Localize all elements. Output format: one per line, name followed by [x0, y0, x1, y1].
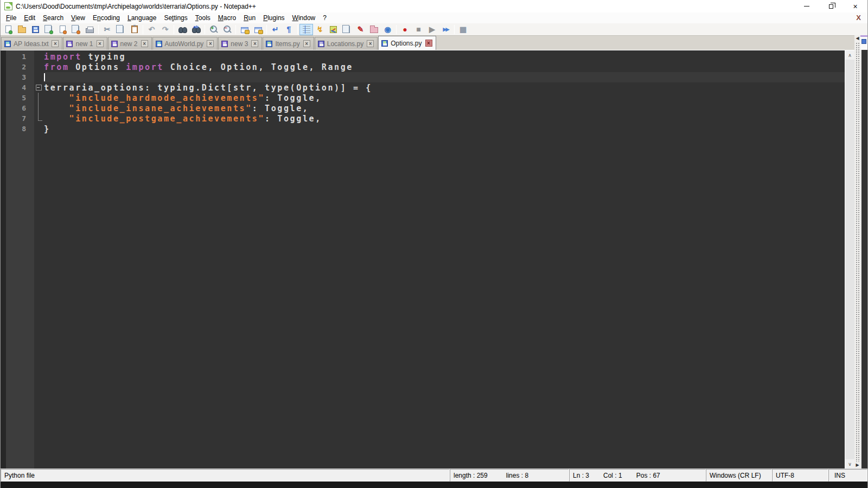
main-area: AP Ideas.txt×new 1×new 2×AutoWorld.py×ne… [1, 35, 867, 468]
menu-view[interactable]: View [67, 13, 89, 23]
close-tab-icon[interactable]: × [141, 40, 148, 47]
close-icon: × [853, 3, 857, 10]
save-state-icon [381, 40, 388, 47]
save-button[interactable] [29, 24, 42, 35]
menu-file[interactable]: File [2, 13, 20, 23]
macro-save-icon: ▦ [459, 25, 467, 33]
menu-language[interactable]: Language [124, 13, 160, 23]
menu-macro[interactable]: Macro [214, 13, 240, 23]
menu-plugins[interactable]: Plugins [259, 13, 288, 23]
scroll-up-icon[interactable]: ∧ [845, 50, 854, 60]
macro-stop-button[interactable]: ■ [412, 24, 425, 35]
document-map-button[interactable] [327, 24, 340, 35]
status-insert-mode: INS [828, 469, 867, 481]
close-tab-icon[interactable]: × [207, 40, 214, 47]
toolbar-separator [454, 25, 455, 34]
close-tab-icon[interactable]: × [303, 40, 310, 47]
find-icon [178, 27, 187, 33]
save-all-button[interactable] [42, 24, 56, 35]
tab-locations-py[interactable]: Locations.py× [315, 37, 378, 50]
open-file-button[interactable] [15, 24, 29, 35]
macro-save-button[interactable]: ▦ [456, 24, 470, 35]
replace-button[interactable]: ab [189, 24, 203, 35]
edit-popup-button[interactable]: ✎ [354, 24, 367, 35]
cut-button[interactable]: ✂ [100, 24, 114, 35]
tab-label: AutoWorld.py [165, 40, 207, 48]
toolbar-separator [98, 25, 99, 34]
menu-search[interactable]: Search [39, 13, 67, 23]
line-number: 6 [1, 104, 34, 112]
paste-button[interactable] [127, 24, 141, 35]
toolbar-separator [396, 25, 397, 34]
tab-new-1[interactable]: new 1× [63, 37, 107, 50]
menu-encoding[interactable]: Encoding [89, 13, 124, 23]
tab-options-py[interactable]: Options.py× [378, 36, 436, 50]
menu-close-document-icon[interactable]: X [856, 14, 861, 22]
scrollbar-track[interactable] [845, 60, 854, 459]
tab-new-2[interactable]: new 2× [108, 37, 152, 50]
menu-help[interactable]: ? [319, 13, 330, 23]
tab-ap-ideas-txt[interactable]: AP Ideas.txt× [1, 37, 62, 50]
secondary-view-tab[interactable] [860, 35, 867, 50]
menu-run[interactable]: Run [240, 13, 259, 23]
tab-label: new 2 [120, 40, 141, 48]
monitoring-button[interactable]: ◉ [381, 24, 394, 35]
vertical-scrollbar[interactable]: ∧ ∨ [845, 50, 854, 468]
macro-run-multiple-button[interactable]: ▶▶ [439, 24, 452, 35]
close-button[interactable]: × [843, 0, 867, 12]
code-text: "include_hardmode_achievements": Toggle, [44, 93, 845, 103]
menu-edit[interactable]: Edit [20, 13, 39, 23]
editor[interactable]: 1import typing2from Options import Choic… [1, 50, 854, 468]
new-file-button[interactable] [2, 24, 15, 35]
redo-button[interactable]: ↷ [158, 24, 172, 35]
minimize-button[interactable] [794, 0, 819, 12]
close-tab-icon[interactable]: × [251, 40, 258, 47]
close-tab-icon[interactable]: × [52, 40, 59, 47]
code-text: } [44, 124, 845, 134]
tab-autoworld-py[interactable]: AutoWorld.py× [152, 37, 218, 50]
sync-vertical-scroll-button[interactable] [238, 24, 251, 35]
close-all-button[interactable] [69, 24, 83, 35]
save-state-icon [318, 41, 324, 47]
word-wrap-button[interactable]: ↵ [269, 24, 282, 35]
word-wrap-icon: ↵ [272, 25, 279, 33]
close-button[interactable] [56, 24, 69, 35]
replace-icon: ab [192, 27, 201, 33]
sync-vertical-scroll-icon [241, 27, 248, 33]
macro-record-button[interactable]: ● [398, 24, 412, 35]
close-tab-icon[interactable]: × [97, 40, 104, 47]
folder-as-workspace-button[interactable] [367, 24, 381, 35]
undo-button[interactable]: ↶ [145, 24, 158, 35]
code-text: "include_postgame_achievements": Toggle, [44, 113, 845, 124]
zoom-in-button[interactable]: + [207, 24, 220, 35]
menu-tools[interactable]: Tools [192, 13, 214, 23]
tab-new-3[interactable]: new 3× [218, 37, 262, 50]
close-tab-icon[interactable]: × [425, 40, 432, 47]
scroll-down-icon[interactable]: ∨ [845, 459, 854, 468]
macro-stop-icon: ■ [416, 25, 420, 33]
close-tab-icon[interactable]: × [367, 40, 374, 47]
splitter-grip[interactable] [855, 42, 860, 462]
zoom-out-button[interactable]: − [220, 24, 234, 35]
restore-button[interactable] [819, 0, 843, 12]
save-state-icon [156, 41, 162, 47]
print-button[interactable] [83, 24, 97, 35]
document-list-button[interactable] [340, 24, 354, 35]
indent-guide-button[interactable] [299, 24, 313, 35]
copy-button[interactable] [114, 24, 127, 35]
macro-play-button[interactable]: ▶ [425, 24, 439, 35]
menu-window[interactable]: Window [289, 13, 320, 23]
menu-settings[interactable]: Settings [160, 13, 191, 23]
code-text: "include_insane_achievements": Toggle, [44, 103, 845, 113]
function-list-button[interactable]: ↯ [313, 24, 327, 35]
show-all-characters-button[interactable]: ¶ [282, 24, 296, 35]
fold-collapse-icon[interactable] [34, 82, 44, 93]
open-file-icon [18, 27, 26, 33]
sync-horizontal-scroll-button[interactable] [251, 24, 265, 35]
function-list-icon: ↯ [317, 25, 323, 33]
show-all-characters-icon: ¶ [287, 25, 291, 33]
tab-items-py[interactable]: Items.py× [263, 37, 314, 50]
secondary-view-editor[interactable] [860, 50, 867, 468]
find-button[interactable] [176, 24, 189, 35]
view-splitter[interactable]: ◀ ▶ [854, 35, 860, 468]
